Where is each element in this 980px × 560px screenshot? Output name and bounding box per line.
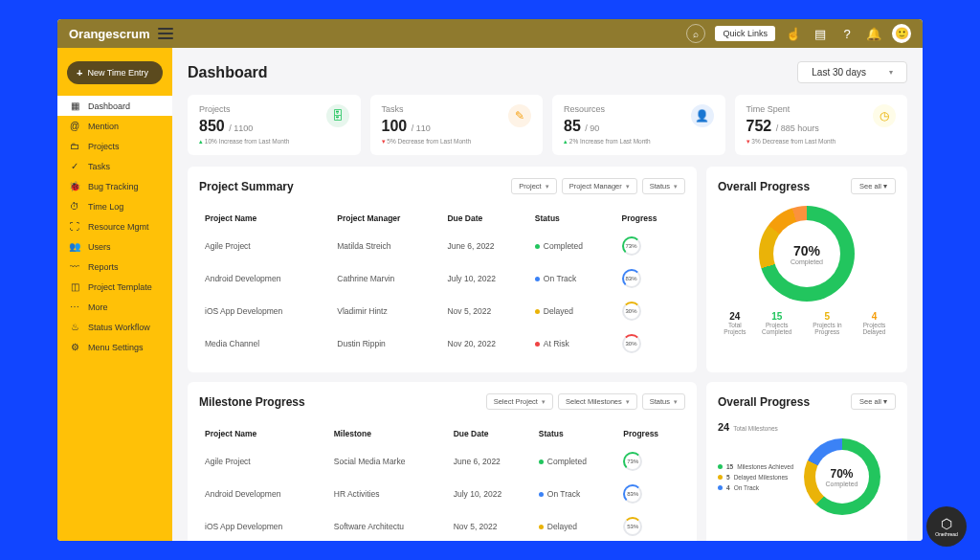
topbar: Orangescrum ⌕ Quick Links ☝ ▤ ? 🔔 🙂 [57,19,923,48]
milestone-legend: 15 Milestones Achieved5 Delayed Mileston… [718,463,794,491]
row-milestone: Milestone Progress Select ProjectSelect … [188,382,907,541]
sidebar-item-users[interactable]: 👥Users [57,236,172,257]
sidebar-item-project-template[interactable]: ◫Project Template [57,277,172,297]
nav-icon: ⋯ [69,302,80,312]
donut-percent: 70% [830,467,853,481]
column-header: Status [531,208,616,229]
milestone-donut: 70% Completed [804,438,880,515]
plus-icon: + [77,67,82,78]
nav-label: Menu Settings [88,343,144,352]
nav-label: Status Workflow [88,323,150,332]
sidebar-item-reports[interactable]: 〰Reports [57,257,172,277]
stat-change: ▴ 10% Increase from Last Month [199,138,349,146]
page-header: Dashboard Last 30 days ▾ [188,61,907,83]
table-row[interactable]: iOS App DevelopmenSoftware ArchitectuNov… [201,511,683,541]
sidebar-item-projects[interactable]: 🗀Projects [57,136,172,156]
sidebar-item-bug-tracking[interactable]: 🐞Bug Tracking [57,176,172,196]
panel-title: Overall Progress [718,395,810,409]
menu-toggle-icon[interactable] [158,28,173,39]
table-row[interactable]: Agile ProjectMatilda StreichJune 6, 2022… [201,231,683,261]
nav-label: More [88,302,108,312]
stat-value: 85 [564,118,581,134]
nav-label: Dashboard [88,101,130,111]
overall-stats: 24Total Projects15Projects Completed5Pro… [718,311,896,335]
progress-stat: 24Total Projects [718,311,752,335]
sidebar-item-resource-mgmt[interactable]: ⛶Resource Mgmt [57,216,172,236]
milestone-filters: Select ProjectSelect MilestonesStatus [486,393,685,410]
column-header: Project Manager [333,208,441,229]
sidebar-item-time-log[interactable]: ⏱Time Log [57,196,172,216]
filter-status[interactable]: Status [642,393,685,410]
chevron-down-icon: ▾ [889,68,893,77]
nav-icon: 👥 [69,241,80,252]
sidebar-item-status-workflow[interactable]: ♨Status Workflow [57,317,172,337]
filter-project[interactable]: Project [511,178,556,194]
filter-select-project[interactable]: Select Project [486,393,553,410]
nav-label: Bug Tracking [88,182,139,191]
nav-label: Mention [88,122,119,131]
legend-item: 4 On Track [718,484,794,491]
see-all-button[interactable]: See all ▾ [851,393,896,410]
period-label: Last 30 days [812,67,866,78]
app-body: + New Time Entry ▦Dashboard@Mention🗀Proj… [57,48,923,541]
sidebar-item-mention[interactable]: @Mention [57,116,172,136]
donut-label: Completed [791,258,823,265]
milestone-table: Project NameMilestoneDue DateStatusProgr… [199,421,685,541]
progress-stat: 4Projects Delayed [853,311,896,335]
panel-title: Overall Progress [718,180,810,193]
search-icon[interactable]: ⌕ [686,24,705,43]
nav-icon: ◫ [69,281,80,292]
bell-icon[interactable]: 🔔 [865,27,882,41]
logo: Orangescrum [69,27,150,41]
stat-value: 100 [382,118,408,134]
stat-change: ▾ 5% Decrease from Last Month [382,138,532,146]
sidebar-item-more[interactable]: ⋯More [57,297,172,317]
cube-icon: ⬡ [941,516,952,531]
stat-card-projects: Projects 850 / 1100 ▴ 10% Increase from … [188,95,361,155]
sidebar-item-dashboard[interactable]: ▦Dashboard [57,96,172,116]
legend-item: 15 Milestones Achieved [718,463,794,470]
stat-total: / 1100 [229,123,253,133]
help-icon[interactable]: ? [838,27,856,41]
nav-label: Time Log [88,202,123,212]
hand-icon[interactable]: ☝ [785,27,802,41]
filter-project-manager[interactable]: Project Manager [562,178,637,194]
period-selector[interactable]: Last 30 days ▾ [797,61,907,83]
sidebar: + New Time Entry ▦Dashboard@Mention🗀Proj… [57,48,172,541]
total-milestones: 24Total Milestones [718,421,896,433]
avatar[interactable]: 🙂 [892,24,911,43]
nav-icon: ⏱ [69,201,80,212]
quick-links-button[interactable]: Quick Links [715,26,775,41]
legend-item: 5 Delayed Milestones [718,474,794,481]
main-content: Dashboard Last 30 days ▾ Projects 850 / … [172,48,923,541]
chat-icon[interactable]: ▤ [812,27,829,41]
nav-list: ▦Dashboard@Mention🗀Projects✓Tasks🐞Bug Tr… [57,96,172,357]
see-all-button[interactable]: See all ▾ [851,178,896,194]
table-row[interactable]: Android DevelopmenHR ActivitiesJuly 10, … [201,479,683,509]
table-row[interactable]: Agile ProjectSocial Media MarkeJune 6, 2… [201,446,683,477]
column-header: Progress [618,208,683,229]
table-row[interactable]: iOS App DevelopmenVladimir HintzNov 5, 2… [201,296,683,326]
new-time-entry-button[interactable]: + New Time Entry [67,61,163,84]
nav-icon: 🗀 [69,141,80,151]
sidebar-item-menu-settings[interactable]: ⚙Menu Settings [57,337,172,357]
nav-icon: ♨ [69,322,80,332]
stat-icon: 🗄 [326,104,349,127]
sidebar-item-tasks[interactable]: ✓Tasks [57,156,172,176]
nav-icon: 🐞 [69,181,80,191]
filter-status[interactable]: Status [642,178,685,194]
table-row[interactable]: Media ChannelDustin RippinNov 20, 2022At… [201,328,683,359]
overall-progress-panel: Overall Progress See all ▾ 70% Completed… [706,167,907,372]
stat-card-resources: Resources 85 / 90 ▴ 2% Increase from Las… [552,95,725,155]
stat-icon: ◷ [873,104,896,127]
stat-icon: ✎ [508,104,531,127]
table-row[interactable]: Android DevelopmenCathrine MarvinJuly 10… [201,263,683,294]
stat-total: / 885 hours [776,123,819,133]
app-window: Orangescrum ⌕ Quick Links ☝ ▤ ? 🔔 🙂 + Ne… [57,19,923,541]
stat-total: / 110 [412,123,431,133]
donut-percent: 70% [793,243,820,258]
filter-select-milestones[interactable]: Select Milestones [558,393,637,410]
column-header: Status [535,423,617,444]
nav-label: Reports [88,262,119,272]
row-project-summary: Project Summary ProjectProject ManagerSt… [188,167,907,372]
